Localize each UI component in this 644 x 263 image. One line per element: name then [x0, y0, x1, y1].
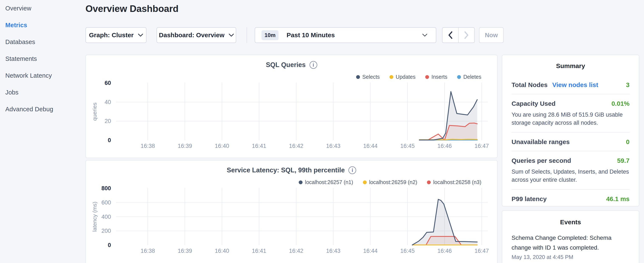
sidebar-item-databases[interactable]: Databases [5, 34, 78, 51]
legend-item: localhost:26257 (n1) [299, 179, 353, 185]
svg-text:16:45: 16:45 [400, 248, 415, 254]
svg-text:0: 0 [108, 137, 111, 143]
svg-text:0: 0 [108, 242, 111, 248]
legend-item: localhost:26259 (n2) [363, 179, 417, 185]
info-icon[interactable]: i [348, 166, 356, 174]
service-latency-chart-card: Service Latency: SQL, 99th percentile i … [86, 160, 498, 263]
summary-row-label: Queries per second [512, 157, 571, 164]
sidebar-item-overview[interactable]: Overview [5, 0, 78, 17]
svg-text:16:47: 16:47 [474, 143, 489, 149]
sidebar-item-network-latency[interactable]: Network Latency [5, 67, 78, 84]
summary-row-value: 59.7 [617, 157, 630, 164]
summary-row-label: Capacity Used [512, 100, 556, 107]
service-latency-chart[interactable]: 0200400600800latency (ms)16:3816:3916:40… [86, 160, 497, 263]
svg-text:16:46: 16:46 [437, 248, 452, 254]
svg-text:16:41: 16:41 [252, 248, 266, 254]
time-range-label: Past 10 Minutes [286, 32, 335, 39]
prev-time-window-button[interactable] [442, 28, 458, 43]
svg-text:800: 800 [102, 185, 111, 191]
legend-item: Inserts [425, 74, 447, 80]
sidebar-item-metrics[interactable]: Metrics [5, 17, 78, 34]
chevron-right-icon [464, 31, 469, 39]
now-button[interactable]: Now [479, 27, 504, 43]
svg-text:16:43: 16:43 [326, 248, 340, 254]
svg-text:queries: queries [92, 103, 98, 121]
legend-item: Updates [390, 74, 416, 80]
svg-text:200: 200 [102, 228, 111, 234]
events-title: Events [512, 218, 630, 226]
sql-queries-chart-card: SQL Queries i SelectsUpdatesInsertsDelet… [86, 55, 498, 158]
summary-row-p99-latency: P99 latency 46.1 ms [512, 189, 630, 208]
events-panel: Events Schema Change Completed: Schema c… [502, 210, 639, 263]
dashboard-dropdown-label: Dashboard: Overview [159, 32, 224, 39]
sidebar-item-advanced-debug[interactable]: Advanced Debug [5, 101, 78, 118]
svg-text:600: 600 [102, 199, 111, 206]
legend-label: localhost:26257 (n1) [305, 179, 353, 185]
svg-text:16:42: 16:42 [289, 143, 304, 149]
legend-label: localhost:26259 (n2) [369, 179, 417, 185]
svg-text:16:39: 16:39 [178, 143, 192, 149]
chevron-down-icon [422, 34, 427, 37]
sql-queries-chart[interactable]: 0204060queries16:3816:3916:4016:4116:421… [86, 55, 497, 158]
svg-text:20: 20 [104, 118, 111, 124]
svg-text:16:38: 16:38 [140, 248, 155, 254]
summary-panel: Summary Total Nodes View nodes list 3 Ca… [502, 55, 639, 206]
chevron-left-icon [448, 31, 453, 39]
legend-item: Deletes [457, 74, 481, 80]
svg-text:16:40: 16:40 [215, 143, 229, 149]
sidebar-item-jobs[interactable]: Jobs [5, 84, 78, 101]
sidebar-item-statements[interactable]: Statements [5, 51, 78, 67]
view-nodes-list-link[interactable]: View nodes list [552, 81, 598, 89]
summary-row-value: 0.01% [612, 100, 630, 107]
summary-row-label: Total Nodes [512, 81, 548, 89]
svg-text:16:44: 16:44 [363, 143, 378, 149]
toolbar-divider [247, 27, 247, 43]
legend-label: Selects [362, 74, 380, 80]
page-title: Overview Dashboard [86, 4, 178, 14]
svg-text:16:38: 16:38 [140, 143, 155, 149]
time-window-pager [442, 27, 475, 43]
svg-text:16:44: 16:44 [363, 248, 378, 254]
svg-text:latency (ms): latency (ms) [92, 202, 98, 232]
chart-legend: SelectsUpdatesInsertsDeletes [356, 74, 481, 80]
svg-text:16:43: 16:43 [326, 143, 340, 149]
sidebar: Overview Metrics Databases Statements Ne… [5, 0, 78, 118]
event-item: Schema Change Completed: Schema change w… [512, 233, 630, 260]
summary-row-description: Sum of Selects, Updates, Inserts, and De… [512, 168, 630, 184]
summary-row-queries-per-second: Queries per second 59.7 Sum of Selects, … [512, 151, 630, 189]
summary-row-description: You are using 28.6 MiB of 515.9 GiB usab… [512, 111, 630, 127]
summary-row-capacity-used: Capacity Used 0.01% You are using 28.6 M… [512, 94, 630, 132]
event-timestamp: May 13, 2020 at 4:45 PM [512, 254, 630, 260]
svg-text:16:46: 16:46 [437, 143, 452, 149]
info-icon[interactable]: i [310, 61, 317, 69]
dashboard-dropdown[interactable]: Dashboard: Overview [156, 27, 236, 43]
legend-label: Inserts [432, 74, 447, 80]
chevron-down-icon [229, 34, 234, 37]
graph-scope-dropdown-label: Graph: Cluster [89, 32, 134, 39]
summary-row-value: 46.1 ms [606, 195, 630, 203]
event-message: Schema Change Completed: Schema change w… [512, 233, 630, 252]
svg-text:16:42: 16:42 [289, 248, 304, 254]
summary-row-unavailable-ranges: Unavailable ranges 0 [512, 132, 630, 151]
legend-dot-icon [356, 75, 360, 79]
legend-item: Selects [356, 74, 380, 80]
legend-dot-icon [427, 180, 431, 184]
chevron-down-icon [138, 34, 143, 37]
summary-row-label: P99 latency [512, 195, 546, 203]
summary-row-total-nodes: Total Nodes View nodes list 3 [512, 76, 630, 94]
legend-dot-icon [457, 75, 461, 79]
svg-text:16:40: 16:40 [215, 248, 229, 254]
svg-text:16:45: 16:45 [400, 143, 415, 149]
summary-row-value: 0 [626, 138, 630, 146]
summary-row-value: 3 [626, 81, 630, 89]
legend-label: Deletes [463, 74, 481, 80]
time-range-badge: 10m [262, 30, 278, 40]
svg-text:40: 40 [104, 99, 111, 105]
next-time-window-button[interactable] [458, 28, 474, 43]
time-range-selector[interactable]: 10m Past 10 Minutes [255, 27, 436, 43]
legend-dot-icon [363, 180, 367, 184]
graph-scope-dropdown[interactable]: Graph: Cluster [86, 27, 146, 43]
legend-label: Updates [396, 74, 416, 80]
summary-row-label: Unavailable ranges [512, 138, 570, 146]
chart-title: SQL Queries [266, 61, 306, 69]
